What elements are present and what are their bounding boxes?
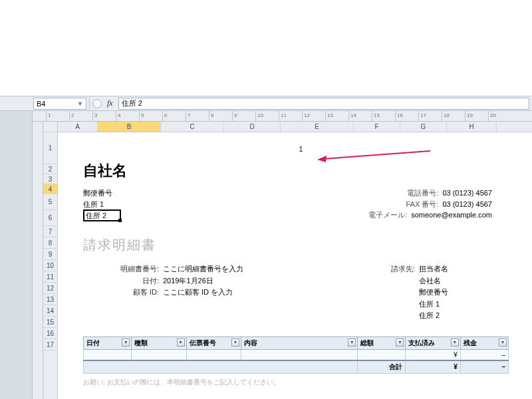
filter-dropdown-icon[interactable]: ▼: [396, 338, 404, 346]
horizontal-ruler: 1234567891011121314151617181920: [33, 111, 532, 122]
ruler-tick: 7: [186, 111, 186, 122]
row-header-2[interactable]: 2: [43, 164, 57, 174]
row-header-7[interactable]: 7: [43, 226, 57, 237]
col-header-f[interactable]: F: [354, 122, 400, 132]
row-header-15[interactable]: 15: [43, 317, 57, 328]
annotation-arrow: [317, 150, 430, 163]
col-header-g[interactable]: G: [400, 122, 447, 132]
col-6[interactable]: 残金▼: [460, 336, 508, 349]
ruler-tick: 11: [279, 111, 279, 122]
document-page: 1 自社名 郵便番号 住所 1: [58, 132, 532, 387]
row-header-13[interactable]: 13: [43, 294, 57, 305]
ruler-tick: 14: [348, 111, 349, 122]
billto-addr1: 住所 1: [419, 299, 466, 311]
ruler-tick: 6: [162, 111, 163, 122]
col-header-c[interactable]: C: [161, 122, 224, 132]
sender-block: 郵便番号 住所 1 住所 2: [83, 188, 121, 221]
billto-block: 請求先:担当者名 会社名 郵便番号 住所 1 住所 2: [382, 263, 466, 322]
billto-postal: 郵便番号: [419, 287, 466, 299]
col-4[interactable]: 総額▼: [358, 336, 406, 349]
ruler-tick: 20: [488, 111, 489, 122]
row-header-3[interactable]: 3: [43, 174, 57, 184]
tel-value: 03 (0123) 4567: [442, 188, 492, 199]
footnote: お願い: お支払いの際には、本明細書番号をご記入してください。: [83, 378, 519, 387]
ruler-tick: 4: [116, 111, 116, 122]
total-balance: –: [460, 360, 508, 374]
filter-dropdown-icon[interactable]: ▼: [231, 338, 239, 346]
row-header-10[interactable]: 10: [43, 260, 57, 271]
row-header-9[interactable]: 9: [43, 249, 57, 260]
col-header-e[interactable]: E: [281, 122, 354, 132]
mail-value: someone@example.com: [411, 209, 492, 221]
row-header-4[interactable]: 4: [43, 184, 57, 194]
row-header-17[interactable]: 17: [43, 339, 57, 350]
name-box-dropdown-icon[interactable]: ▼: [77, 100, 83, 107]
col-label: 日付: [86, 339, 100, 346]
name-box[interactable]: B4 ▼: [33, 98, 86, 110]
table-row: ¥ –: [84, 349, 509, 360]
ruler-tick: 1: [46, 111, 47, 122]
stmt-no-label: 明細書番号:: [116, 263, 159, 275]
fax-value: 03 (0123) 4567: [442, 199, 492, 210]
sheet-grid[interactable]: ABCDEFGH 1 自社名 郵便番号: [58, 122, 532, 399]
row-header-8[interactable]: 8: [43, 237, 57, 249]
date-label: 日付:: [116, 275, 159, 287]
formula-input[interactable]: 住所 2: [118, 98, 529, 110]
row-header-6[interactable]: 6: [43, 210, 57, 226]
ruler-tick: 16: [395, 111, 396, 122]
billto-addr2: 住所 2: [419, 310, 466, 322]
ruler-tick: 12: [302, 111, 303, 122]
col-label: 伝票番号: [190, 339, 216, 346]
date-value: 2019年1月26日: [163, 275, 213, 287]
col-header-b[interactable]: B: [98, 122, 161, 132]
row-header-5[interactable]: 5: [43, 194, 57, 210]
col-header-d[interactable]: D: [224, 122, 281, 132]
col-header-h[interactable]: H: [447, 122, 497, 132]
ruler-tick: 15: [372, 111, 372, 122]
row-header-14[interactable]: 14: [43, 305, 57, 317]
fx-label: fx: [104, 98, 116, 108]
fax-label: FAX 番号:: [398, 199, 438, 210]
col-3[interactable]: 内容▼: [241, 336, 358, 349]
col-header-a[interactable]: A: [58, 122, 98, 132]
row-headers: 1234567891011121314151617: [43, 122, 58, 399]
select-all-corner[interactable]: [43, 122, 57, 132]
filter-dropdown-icon[interactable]: ▼: [451, 338, 459, 346]
col-label: 内容: [244, 339, 257, 346]
statement-table: 日付▼種類▼伝票番号▼内容▼総額▼支払済み▼残金▼ ¥ – 合計: [83, 336, 509, 374]
page-number: 1: [83, 146, 519, 153]
col-label: 支払済み: [408, 339, 435, 346]
filter-dropdown-icon[interactable]: ▼: [177, 338, 185, 346]
mail-label: 電子メール:: [367, 209, 407, 221]
col-1[interactable]: 種類▼: [132, 336, 186, 349]
row-header-11[interactable]: 11: [43, 271, 57, 283]
ruler-tick: 19: [465, 111, 466, 122]
row-header-16[interactable]: 16: [43, 328, 57, 339]
billto-label: 請求先:: [382, 263, 415, 275]
col-2[interactable]: 伝票番号▼: [186, 336, 241, 349]
active-cell-ref: B4: [37, 100, 45, 108]
contact-block: 電話番号:03 (0123) 4567 FAX 番号:03 (0123) 456…: [367, 188, 492, 221]
total-label: 合計: [358, 360, 406, 374]
selected-cell-b4[interactable]: 住所 2: [83, 209, 121, 221]
col-0[interactable]: 日付▼: [84, 336, 132, 349]
filter-dropdown-icon[interactable]: ▼: [122, 338, 130, 346]
ruler-tick: 13: [325, 111, 326, 122]
vertical-ruler: [33, 122, 43, 399]
divider: [89, 98, 90, 110]
ruler-tick: 9: [232, 111, 233, 122]
ruler-tick: 8: [209, 111, 209, 122]
filter-dropdown-icon[interactable]: ▼: [499, 338, 507, 346]
paid-cell: ¥: [406, 349, 460, 360]
fx-button-icon[interactable]: [92, 99, 102, 108]
row-header-1[interactable]: 1: [43, 132, 57, 164]
formula-value: 住所 2: [122, 98, 142, 108]
filter-dropdown-icon[interactable]: ▼: [348, 338, 356, 346]
row-header-12[interactable]: 12: [43, 283, 57, 294]
balance-cell: –: [460, 349, 508, 360]
ruler-tick: 18: [442, 111, 442, 122]
billto-company: 会社名: [419, 275, 466, 287]
svg-line-0: [323, 151, 430, 159]
col-5[interactable]: 支払済み▼: [406, 336, 460, 349]
stmt-no-value: ここに明細書番号を入力: [163, 263, 243, 275]
